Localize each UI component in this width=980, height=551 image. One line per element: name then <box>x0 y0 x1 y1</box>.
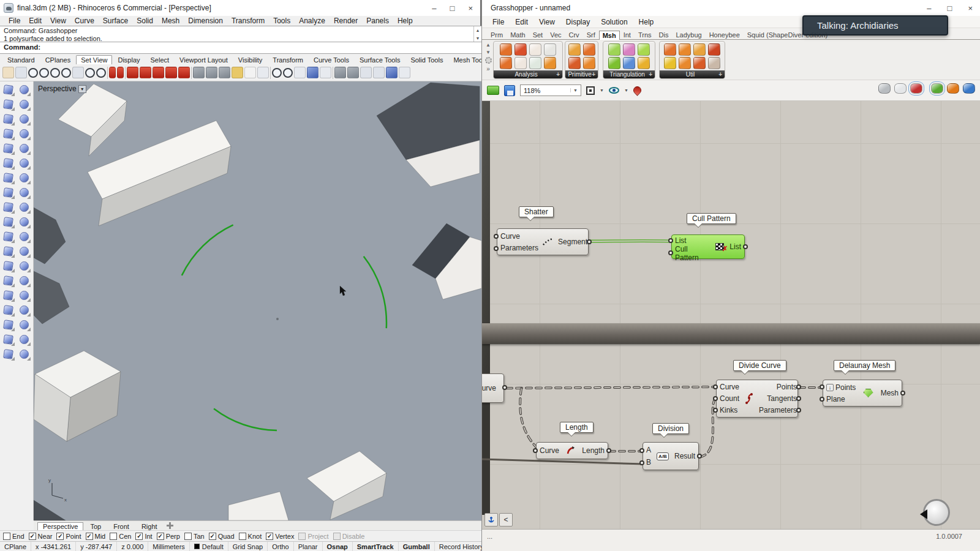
wire[interactable] <box>507 387 715 388</box>
status-segment[interactable]: z 0.000 <box>117 542 148 551</box>
status-segment[interactable]: y -287.447 <box>76 542 117 551</box>
grid-cell-icon[interactable] <box>568 57 581 69</box>
menu-item[interactable]: Surface <box>99 17 132 25</box>
category-tab[interactable]: Vec <box>546 30 565 39</box>
output-port[interactable] <box>743 244 748 249</box>
menu-item[interactable]: Help <box>635 18 658 26</box>
gh-node-divide-curve[interactable]: Curve Count Kinks Points Tangents Parame… <box>716 380 798 418</box>
expand-group-icon[interactable]: + <box>718 71 722 78</box>
crosshair-icon[interactable] <box>272 68 282 78</box>
status-segment[interactable]: Default <box>190 542 228 551</box>
magnifier-dotted-icon[interactable] <box>50 68 60 78</box>
menu-item[interactable]: Solution <box>597 18 631 26</box>
sweep-icon[interactable] <box>17 157 31 170</box>
rectangle-icon[interactable] <box>17 127 31 141</box>
brick-wall-icon[interactable] <box>664 43 676 56</box>
toolbar-tab[interactable]: CPlanes <box>40 55 76 64</box>
viewport-menu-dropdown-icon[interactable]: ▼ <box>78 85 86 93</box>
category-tab[interactable]: Crv <box>565 30 583 39</box>
wire-cube-icon[interactable] <box>320 67 331 78</box>
scroll-down-icon[interactable]: ▼ <box>486 50 491 55</box>
wire[interactable] <box>507 387 715 388</box>
two-point-perspective-icon[interactable] <box>257 67 269 78</box>
menu-item[interactable]: Help <box>394 17 417 25</box>
gem-icon[interactable] <box>608 57 620 69</box>
adjustable-blend-icon[interactable] <box>17 245 31 258</box>
convex-blob-icon[interactable] <box>608 43 620 56</box>
expand-group-icon[interactable]: + <box>649 71 652 78</box>
osnap-toggle[interactable]: Point <box>56 533 81 540</box>
command-scrollbar[interactable]: ▲▼ <box>473 26 481 42</box>
grasshopper-canvas[interactable]: Shatter Curve Parameters Segments Cull P… <box>482 101 980 529</box>
magnifier-14-icon[interactable] <box>96 68 106 78</box>
lock-icon[interactable] <box>17 348 31 361</box>
helix-icon[interactable] <box>17 142 31 156</box>
grid-square-icon[interactable] <box>583 43 595 56</box>
command-input[interactable]: Command: <box>0 42 481 54</box>
toolbar-tab[interactable]: Standard <box>2 55 40 64</box>
mesh-face-outline-icon[interactable] <box>529 43 541 56</box>
divider[interactable] <box>333 67 333 79</box>
osnap-toggle[interactable]: Perp <box>157 533 180 540</box>
menu-item[interactable]: Edit <box>511 18 532 26</box>
canvas-compass-widget[interactable] <box>923 499 950 526</box>
menu-item[interactable]: File <box>488 18 508 26</box>
sphere-pair-icon[interactable] <box>638 43 650 56</box>
van-gray-icon[interactable] <box>219 67 230 78</box>
menu-item[interactable]: Mesh <box>158 17 183 25</box>
grid-explode-icon[interactable] <box>693 57 706 69</box>
category-tab[interactable]: Dis <box>655 30 673 39</box>
balloon-icon[interactable] <box>244 67 256 78</box>
mesh-bag-icon[interactable] <box>544 57 556 69</box>
divider[interactable] <box>270 67 271 79</box>
input-port[interactable] <box>533 448 538 453</box>
osnap-toggle[interactable]: Vertex <box>266 533 294 540</box>
menu-item[interactable]: Analyze <box>295 17 329 25</box>
output-port[interactable] <box>606 448 611 453</box>
green-curve-arcs[interactable] <box>171 215 386 430</box>
osnap-toggle[interactable]: Tan <box>184 533 205 540</box>
osnap-toggle[interactable]: End <box>3 533 24 540</box>
expand-group-icon[interactable]: + <box>592 71 595 78</box>
wire[interactable] <box>520 389 537 448</box>
osnap-toggle[interactable]: Cen <box>110 533 131 540</box>
checkbox-icon[interactable] <box>56 533 64 540</box>
command-history[interactable]: Command: Grasshopper 1 polysurface added… <box>0 26 481 42</box>
orbit-view-icon[interactable] <box>15 67 27 78</box>
preview-eye-icon[interactable] <box>609 87 619 94</box>
move-icon[interactable] <box>17 274 31 288</box>
status-segment[interactable]: Planar <box>294 542 323 551</box>
green-material-preview-icon[interactable] <box>931 83 943 94</box>
signal-red-icon[interactable] <box>109 67 116 78</box>
group-label-bar[interactable]: Analysis+ <box>494 70 562 78</box>
3d-left-jag-upper[interactable] <box>34 208 66 264</box>
input-port[interactable] <box>820 384 824 389</box>
input-port[interactable] <box>668 250 673 255</box>
star2-icon[interactable] <box>373 67 385 78</box>
checkbox-icon[interactable] <box>239 533 246 540</box>
box-icon[interactable] <box>1 171 15 185</box>
toolbar-tab[interactable]: Solid Tools <box>405 55 448 64</box>
orange-material-preview-icon[interactable] <box>947 83 959 94</box>
perspective-viewport[interactable]: yx Perspective ▼ <box>34 81 481 520</box>
menu-item[interactable]: Transform <box>228 17 268 25</box>
menu-item[interactable]: Panels <box>363 17 393 25</box>
folder-layers-icon[interactable] <box>232 67 243 78</box>
gh-node-curve-partial[interactable]: Curve <box>482 373 504 403</box>
quad-panel-icon[interactable] <box>568 43 581 56</box>
surface-from-points-icon[interactable] <box>1 157 15 170</box>
door-panel-icon[interactable] <box>708 57 720 69</box>
category-tab[interactable]: Set <box>529 30 547 39</box>
input-port[interactable] <box>713 408 718 413</box>
scroll-up-icon[interactable]: ▲ <box>476 27 480 35</box>
dimension-icon[interactable] <box>17 260 31 273</box>
car-red-side-icon[interactable] <box>140 67 151 78</box>
status-segment[interactable]: Osnap <box>323 542 353 551</box>
add-viewport-icon[interactable] <box>167 522 173 529</box>
triangle-warn-icon[interactable] <box>664 57 676 69</box>
wire[interactable] <box>520 389 537 448</box>
input-port[interactable] <box>668 238 673 243</box>
toolbar-tab[interactable]: Visibility <box>233 55 268 64</box>
wire[interactable] <box>482 459 644 464</box>
control-curve-icon[interactable] <box>17 98 31 111</box>
